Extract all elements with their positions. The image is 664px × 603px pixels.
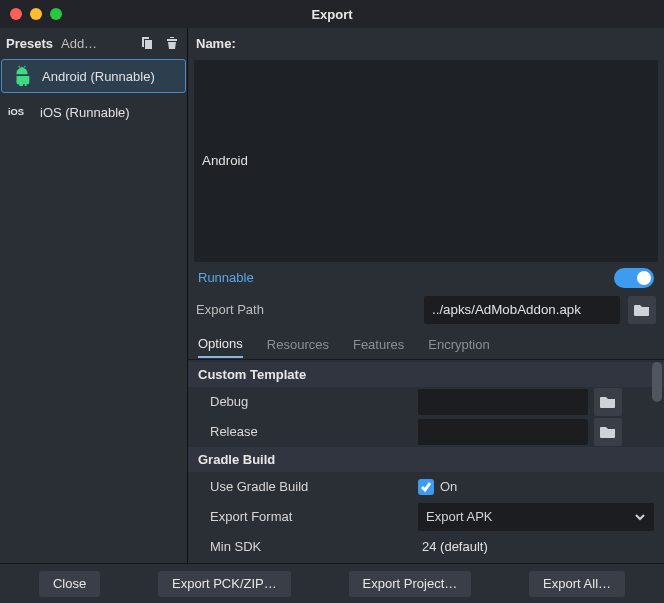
use-gradle-checkbox[interactable]: [418, 479, 434, 495]
export-project-button[interactable]: Export Project…: [349, 571, 472, 597]
browse-folder-button[interactable]: [628, 296, 656, 324]
options-tabs: Options Resources Features Encryption: [188, 330, 664, 360]
preset-label: iOS (Runnable): [40, 105, 130, 120]
window-controls: [0, 8, 62, 20]
export-all-button[interactable]: Export All…: [529, 571, 625, 597]
presets-sidebar: Presets Add… Android (Runnable) iOS i: [0, 28, 188, 563]
runnable-label[interactable]: Runnable: [198, 270, 254, 285]
chevron-down-icon: [634, 511, 646, 523]
ios-icon: iOS: [8, 100, 32, 124]
export-format-label: Export Format: [210, 509, 410, 524]
export-format-value: Export APK: [426, 509, 492, 524]
release-path-input[interactable]: [418, 419, 588, 445]
options-panel: Custom Template Debug Release Gradle Bui…: [188, 360, 664, 564]
debug-label: Debug: [210, 394, 410, 409]
debug-path-input[interactable]: [418, 389, 588, 415]
tab-options[interactable]: Options: [198, 331, 243, 358]
maximize-window-icon[interactable]: [50, 8, 62, 20]
footer-buttons: Close Export PCK/ZIP… Export Project… Ex…: [0, 563, 664, 603]
close-window-icon[interactable]: [10, 8, 22, 20]
min-sdk-label: Min SDK: [210, 539, 410, 554]
preset-label: Android (Runnable): [42, 69, 155, 84]
runnable-toggle[interactable]: [614, 268, 654, 288]
close-button[interactable]: Close: [39, 571, 100, 597]
section-gradle-build: Gradle Build: [188, 447, 664, 472]
use-gradle-state: On: [440, 479, 457, 494]
export-path-label: Export Path: [196, 302, 416, 317]
copy-preset-icon[interactable]: [137, 34, 155, 52]
tab-encryption[interactable]: Encryption: [428, 332, 489, 357]
export-format-select[interactable]: Export APK: [418, 503, 654, 531]
titlebar: Export: [0, 0, 664, 28]
window-title: Export: [0, 7, 664, 22]
scrollbar-thumb[interactable]: [652, 362, 662, 402]
preset-item-android[interactable]: Android (Runnable): [1, 59, 186, 93]
release-browse-button[interactable]: [594, 418, 622, 446]
export-pck-button[interactable]: Export PCK/ZIP…: [158, 571, 291, 597]
android-icon: [10, 64, 34, 88]
delete-preset-icon[interactable]: [163, 34, 181, 52]
name-input[interactable]: [194, 60, 658, 262]
presets-label: Presets: [6, 36, 53, 51]
tab-features[interactable]: Features: [353, 332, 404, 357]
release-label: Release: [210, 424, 410, 439]
section-custom-template: Custom Template: [188, 362, 664, 387]
preset-item-ios[interactable]: iOS iOS (Runnable): [0, 94, 187, 130]
use-gradle-label: Use Gradle Build: [210, 479, 410, 494]
debug-browse-button[interactable]: [594, 388, 622, 416]
name-label: Name:: [196, 36, 236, 51]
svg-text:iOS: iOS: [8, 107, 24, 117]
min-sdk-value[interactable]: 24 (default): [418, 539, 488, 554]
minimize-window-icon[interactable]: [30, 8, 42, 20]
tab-resources[interactable]: Resources: [267, 332, 329, 357]
add-preset-button[interactable]: Add…: [61, 36, 97, 51]
export-path-input[interactable]: [424, 296, 620, 324]
